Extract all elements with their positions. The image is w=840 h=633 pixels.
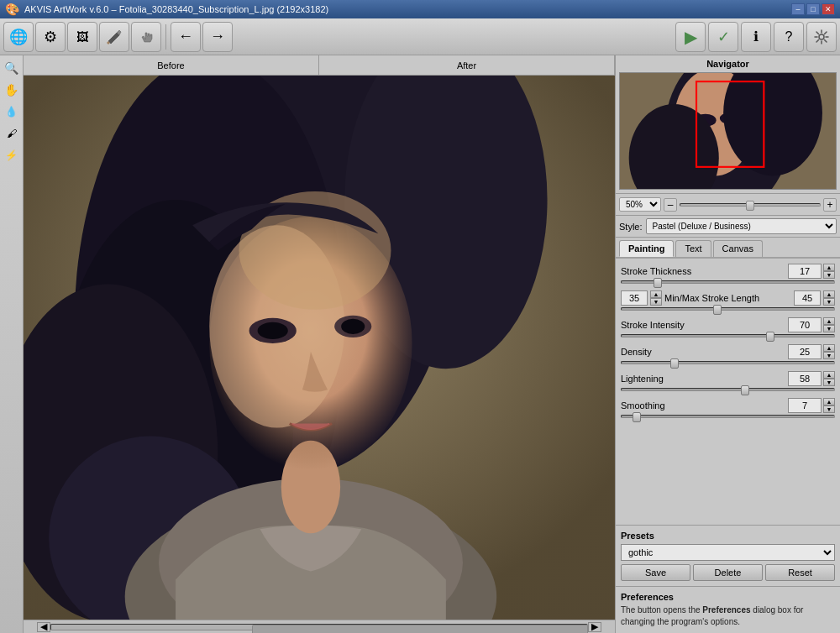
- lightening-thumb[interactable]: [741, 385, 749, 395]
- min-stroke-down[interactable]: ▼: [650, 298, 662, 306]
- close-button[interactable]: ✕: [822, 3, 835, 15]
- tab-canvas[interactable]: Canvas: [713, 240, 763, 257]
- window-controls[interactable]: – □ ✕: [791, 3, 835, 15]
- image-button[interactable]: 🖼: [67, 22, 97, 52]
- max-stroke-up[interactable]: ▲: [823, 290, 835, 298]
- preferences-title: Preferences: [621, 592, 835, 602]
- brush-tool-left[interactable]: 🖌: [3, 124, 21, 143]
- lightening-label: Lightening: [621, 374, 664, 384]
- eyedropper-tool[interactable]: 💧: [3, 102, 21, 121]
- apply-button[interactable]: ✓: [708, 22, 738, 52]
- smoothing-spinners: ▲ ▼: [823, 398, 835, 413]
- title-bar: 🎨 AKVIS ArtWork v.6.0 – Fotolia_30283440…: [0, 0, 840, 18]
- stroke-thickness-thumb[interactable]: [654, 278, 662, 288]
- zoom-tool[interactable]: 🔍: [3, 59, 21, 77]
- lightening-slider[interactable]: [621, 388, 835, 391]
- minimize-button[interactable]: –: [791, 3, 805, 15]
- tab-painting[interactable]: Painting: [619, 240, 674, 257]
- density-param: Density 25 ▲ ▼: [621, 344, 835, 364]
- zoom-minus-button[interactable]: –: [664, 198, 677, 212]
- smoothing-down[interactable]: ▼: [823, 405, 835, 413]
- stroke-intensity-header: Stroke Intensity 70 ▲ ▼: [621, 317, 835, 332]
- stroke-intensity-down[interactable]: ▼: [823, 325, 835, 332]
- globe-button[interactable]: 🌐: [3, 22, 34, 52]
- min-stroke-spinners: ▲ ▼: [650, 290, 662, 306]
- navigator-image[interactable]: [619, 72, 837, 190]
- stroke-thickness-down[interactable]: ▼: [823, 271, 835, 279]
- stroke-intensity-thumb[interactable]: [766, 332, 774, 342]
- tab-text[interactable]: Text: [675, 240, 711, 257]
- brush-button[interactable]: [99, 22, 129, 52]
- svg-point-18: [341, 319, 365, 334]
- redo-button[interactable]: →: [202, 22, 233, 52]
- hand-tool[interactable]: ✋: [3, 81, 21, 99]
- stroke-length-thumb[interactable]: [713, 305, 722, 315]
- settings-button[interactable]: ⚙: [35, 22, 66, 52]
- svg-point-0: [819, 34, 824, 39]
- zoom-control: 50% 25% 75% 100% – +: [616, 194, 840, 216]
- smoothing-thumb[interactable]: [633, 412, 641, 422]
- min-stroke-value[interactable]: 35: [621, 290, 648, 306]
- stroke-intensity-spinners: ▲ ▼: [823, 317, 835, 332]
- lightening-up[interactable]: ▲: [823, 371, 835, 379]
- params-area: Stroke Thickness 17 ▲ ▼ 35: [616, 259, 840, 525]
- min-stroke-up[interactable]: ▲: [650, 290, 662, 298]
- stroke-thickness-param: Stroke Thickness 17 ▲ ▼: [621, 264, 835, 284]
- density-value[interactable]: 25: [788, 344, 822, 359]
- smoothing-value-row: 7 ▲ ▼: [788, 398, 835, 413]
- style-select[interactable]: Pastel (Deluxe / Business) Oil Watercolo…: [646, 218, 837, 234]
- before-tab[interactable]: Before: [24, 55, 319, 75]
- preferences-area: Preferences The button opens the Prefere…: [616, 586, 840, 633]
- stroke-length-slider[interactable]: [621, 307, 835, 311]
- max-stroke-down[interactable]: ▼: [823, 298, 835, 306]
- scroll-right-btn[interactable]: ▶: [588, 622, 601, 632]
- scroll-thumb[interactable]: [252, 625, 588, 634]
- style-label: Style:: [619, 222, 643, 232]
- stroke-intensity-up[interactable]: ▲: [823, 317, 835, 325]
- density-spinners: ▲ ▼: [823, 344, 835, 359]
- eraser-tool[interactable]: ⚡: [3, 146, 21, 165]
- preferences-description: The button opens the Preferences dialog …: [621, 604, 835, 628]
- zoom-select[interactable]: 50% 25% 75% 100%: [619, 197, 661, 212]
- help-button[interactable]: ?: [774, 22, 804, 52]
- toolbar-right: ▶ ✓ ℹ ?: [675, 22, 837, 52]
- density-up[interactable]: ▲: [823, 344, 835, 352]
- stroke-thickness-slider[interactable]: [621, 280, 835, 284]
- scroll-track[interactable]: [50, 624, 588, 630]
- zoom-plus-button[interactable]: +: [823, 198, 837, 212]
- smoothing-slider[interactable]: [621, 415, 835, 418]
- max-stroke-spinners: ▲ ▼: [823, 290, 835, 306]
- hand-button[interactable]: [131, 22, 161, 52]
- save-preset-button[interactable]: Save: [621, 564, 690, 581]
- presets-select[interactable]: gothic default impressionist watercolor: [621, 544, 835, 561]
- density-slider[interactable]: [621, 361, 835, 364]
- run-button[interactable]: ▶: [675, 22, 706, 52]
- maximize-button[interactable]: □: [806, 3, 820, 15]
- delete-preset-button[interactable]: Delete: [693, 564, 763, 581]
- stroke-thickness-header: Stroke Thickness 17 ▲ ▼: [621, 264, 835, 279]
- stroke-intensity-value[interactable]: 70: [788, 317, 822, 332]
- stroke-thickness-up[interactable]: ▲: [823, 264, 835, 271]
- after-tab[interactable]: After: [319, 55, 615, 75]
- lightening-value[interactable]: 58: [788, 371, 822, 386]
- undo-button[interactable]: ←: [171, 22, 201, 52]
- density-down[interactable]: ▼: [823, 352, 835, 359]
- scroll-left-btn[interactable]: ◀: [37, 622, 50, 632]
- stroke-thickness-value[interactable]: 17: [788, 264, 822, 279]
- image-display[interactable]: [24, 76, 615, 620]
- horizontal-scrollbar[interactable]: ◀ ▶: [24, 620, 615, 633]
- density-thumb[interactable]: [670, 358, 679, 369]
- style-row: Style: Pastel (Deluxe / Business) Oil Wa…: [616, 216, 840, 238]
- zoom-slider[interactable]: [680, 203, 821, 207]
- max-stroke-value[interactable]: 45: [794, 290, 821, 306]
- reset-preset-button[interactable]: Reset: [765, 564, 835, 581]
- lightening-down[interactable]: ▼: [823, 379, 835, 386]
- preferences-toolbar-button[interactable]: [806, 22, 837, 52]
- smoothing-value[interactable]: 7: [788, 398, 822, 413]
- zoom-thumb[interactable]: [746, 201, 754, 211]
- presets-title: Presets: [621, 531, 835, 541]
- smoothing-up[interactable]: ▲: [823, 398, 835, 405]
- stroke-intensity-slider[interactable]: [621, 334, 835, 337]
- pref-text-bold: Preferences: [702, 605, 750, 615]
- info-button[interactable]: ℹ: [741, 22, 771, 52]
